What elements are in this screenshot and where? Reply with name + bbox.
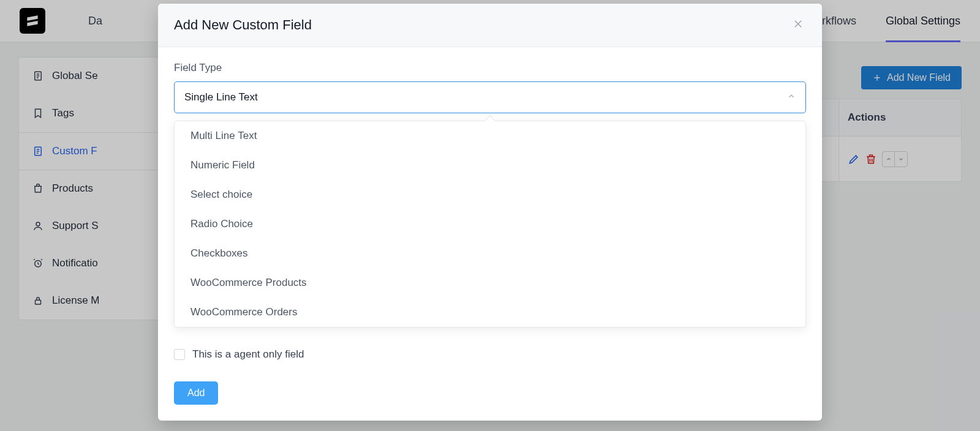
field-type-label: Field Type [174,62,806,74]
select-caret [787,91,796,103]
close-icon [793,18,804,29]
agent-only-label: This is a agent only field [192,348,304,361]
dropdown-option-multi-line[interactable]: Multi Line Text [175,121,805,151]
add-button[interactable]: Add [174,381,218,405]
dropdown-option-woo-products[interactable]: WooCommerce Products [175,268,805,298]
agent-only-row: This is a agent only field [174,348,806,361]
modal-header: Add New Custom Field [158,4,822,47]
dropdown-option-checkboxes[interactable]: Checkboxes [175,239,805,268]
dropdown-option-numeric[interactable]: Numeric Field [175,151,805,180]
dropdown-option-woo-orders[interactable]: WooCommerce Orders [175,298,805,327]
field-type-dropdown: Multi Line Text Numeric Field Select cho… [174,121,806,328]
field-type-select-wrap: Single Line Text Multi Line Text Numeric… [174,81,806,113]
modal-body: Field Type Single Line Text Multi Line T… [158,47,822,421]
dropdown-option-select[interactable]: Select choice [175,180,805,209]
select-value: Single Line Text [184,91,258,103]
agent-only-checkbox[interactable] [174,349,185,360]
modal-title: Add New Custom Field [174,17,312,33]
dropdown-option-radio[interactable]: Radio Choice [175,209,805,239]
modal-overlay[interactable]: Add New Custom Field Field Type Single L… [0,0,980,431]
chevron-up-icon [787,92,796,100]
add-custom-field-modal: Add New Custom Field Field Type Single L… [158,4,822,421]
field-type-select[interactable]: Single Line Text [174,81,806,113]
modal-close-button[interactable] [790,16,806,34]
